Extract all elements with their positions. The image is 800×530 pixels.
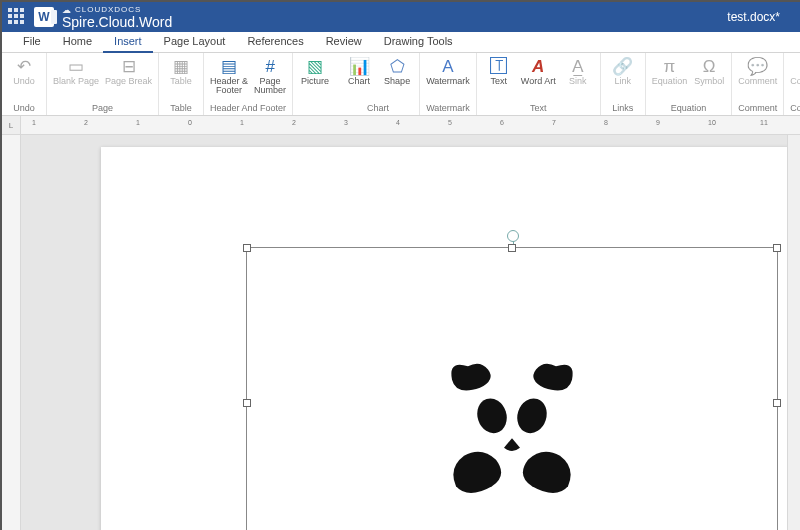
chart-button[interactable]: 📊Chart (340, 54, 378, 103)
sink-button[interactable]: A̲Sink (559, 54, 597, 103)
resize-handle-e[interactable] (773, 399, 781, 407)
rotate-handle-icon[interactable] (507, 230, 519, 242)
tab-references[interactable]: References (236, 32, 314, 52)
group-picture: ▧Picture (293, 53, 337, 115)
document-name: test.docx* (727, 10, 794, 24)
blank-page-icon: ▭ (68, 56, 84, 77)
shape-button[interactable]: ⬠Shape (378, 54, 416, 103)
picture-button[interactable]: ▧Picture (296, 54, 334, 103)
workspace (2, 135, 800, 530)
ruler-mark: 9 (656, 119, 660, 126)
group-page: ▭Blank Page ⊟Page Break Page (47, 53, 159, 115)
sink-icon: A̲ (572, 56, 584, 77)
brand-block: CLOUDXDOCS Spire.Cloud.Word (62, 6, 172, 29)
textbox-icon: 🅃 (490, 56, 507, 77)
pi-icon: π (664, 56, 676, 77)
equation-button[interactable]: πEquation (649, 54, 691, 103)
link-button[interactable]: 🔗Link (604, 54, 642, 103)
text-button[interactable]: 🅃Text (480, 54, 518, 103)
tab-home[interactable]: Home (52, 32, 103, 52)
page-number-icon: # (265, 56, 274, 77)
svg-point-0 (473, 395, 511, 437)
group-undo: ↶Undo Undo (2, 53, 47, 115)
undo-button[interactable]: ↶Undo (5, 54, 43, 103)
ruler-corner: L (2, 116, 21, 134)
title-bar: W CLOUDXDOCS Spire.Cloud.Word test.docx* (2, 2, 800, 32)
group-watermark: AWatermark Watermark (420, 53, 477, 115)
header-footer-button[interactable]: ▤Header & Footer (207, 54, 251, 103)
blank-page-button[interactable]: ▭Blank Page (50, 54, 102, 103)
document-page[interactable] (101, 147, 787, 530)
resize-handle-ne[interactable] (773, 244, 781, 252)
canvas-area[interactable] (21, 135, 787, 530)
watermark-button[interactable]: AWatermark (423, 54, 473, 103)
ruler-mark: 1 (32, 119, 36, 126)
page-break-button[interactable]: ⊟Page Break (102, 54, 155, 103)
vertical-ruler[interactable] (2, 135, 21, 530)
group-watermark-label: Watermark (426, 103, 470, 114)
group-text: 🅃Text AWord Art A̲Sink Text (477, 53, 601, 115)
table-button[interactable]: ▦Table (162, 54, 200, 103)
ruler-mark: 10 (708, 119, 716, 126)
ruler-mark: 3 (344, 119, 348, 126)
tab-file[interactable]: File (12, 32, 52, 52)
group-cc-label: Content Control (790, 103, 800, 114)
table-icon: ▦ (173, 56, 189, 77)
vertical-scrollbar[interactable] (787, 135, 800, 530)
omega-icon: Ω (703, 56, 716, 77)
header-footer-icon: ▤ (221, 56, 237, 77)
group-undo-label: Undo (13, 103, 35, 114)
group-chart: 📊Chart ⬠Shape Chart (337, 53, 420, 115)
group-content-control: ⧉Content Control Content Control (784, 53, 800, 115)
group-table: ▦Table Table (159, 53, 204, 115)
group-equation: πEquation ΩSymbol Equation (646, 53, 733, 115)
tab-drawing-tools[interactable]: Drawing Tools (373, 32, 464, 52)
group-hf-label: Header And Footer (210, 103, 286, 114)
page-break-icon: ⊟ (122, 56, 136, 77)
group-header-footer: ▤Header & Footer #Page Number Header And… (204, 53, 293, 115)
ruler-mark: 1 (136, 119, 140, 126)
ruler-mark: 2 (84, 119, 88, 126)
menu-bar: File Home Insert Page Layout References … (2, 32, 800, 53)
brand-large: Spire.Cloud.Word (62, 15, 172, 29)
horizontal-ruler[interactable]: L 12101234567891011 (2, 116, 800, 135)
comment-icon: 💬 (747, 56, 768, 77)
shape-icon: ⬠ (390, 56, 405, 77)
resize-handle-w[interactable] (243, 399, 251, 407)
ruler-mark: 11 (760, 119, 768, 126)
group-equation-label: Equation (671, 103, 707, 114)
apps-grid-icon[interactable] (8, 8, 26, 26)
group-text-label: Text (530, 103, 547, 114)
comment-button[interactable]: 💬Comment (735, 54, 780, 103)
panda-image[interactable] (432, 336, 592, 496)
tab-page-layout[interactable]: Page Layout (153, 32, 237, 52)
ruler-mark: 1 (240, 119, 244, 126)
content-control-button[interactable]: ⧉Content Control (787, 54, 800, 103)
ruler-mark: 7 (552, 119, 556, 126)
page-number-button[interactable]: #Page Number (251, 54, 289, 103)
watermark-icon: A (442, 56, 453, 77)
image-selection-box[interactable] (246, 247, 778, 530)
undo-icon: ↶ (17, 56, 31, 77)
svg-point-1 (513, 395, 551, 437)
tab-insert[interactable]: Insert (103, 32, 153, 53)
picture-icon: ▧ (307, 56, 323, 77)
tab-review[interactable]: Review (315, 32, 373, 52)
resize-handle-nw[interactable] (243, 244, 251, 252)
ruler-mark: 8 (604, 119, 608, 126)
brand-small: CLOUDXDOCS (62, 6, 172, 15)
group-page-label: Page (92, 103, 113, 114)
ruler-mark: 4 (396, 119, 400, 126)
word-logo-icon: W (34, 7, 54, 27)
group-table-label: Table (170, 103, 192, 114)
ribbon: ↶Undo Undo ▭Blank Page ⊟Page Break Page … (2, 53, 800, 116)
wordart-button[interactable]: AWord Art (518, 54, 559, 103)
ruler-mark: 2 (292, 119, 296, 126)
wordart-icon: A (532, 56, 544, 77)
symbol-button[interactable]: ΩSymbol (690, 54, 728, 103)
group-comment: 💬Comment Comment (732, 53, 784, 115)
resize-handle-n[interactable] (508, 244, 516, 252)
ruler-mark: 0 (188, 119, 192, 126)
link-icon: 🔗 (612, 56, 633, 77)
group-links-label: Links (612, 103, 633, 114)
